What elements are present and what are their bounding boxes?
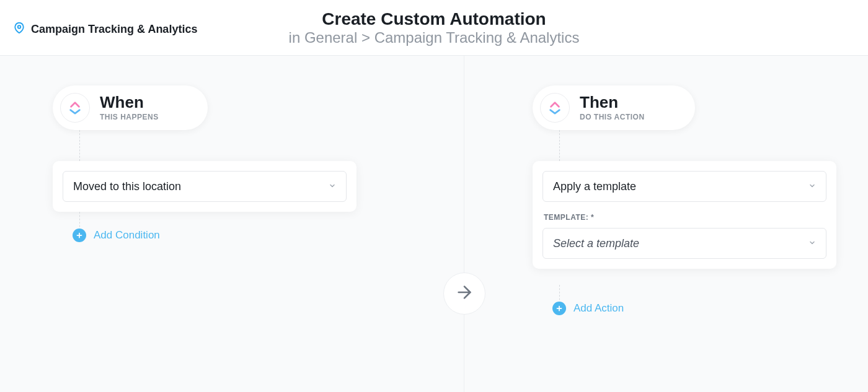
- breadcrumb-text: Campaign Tracking & Analytics: [31, 23, 197, 36]
- when-pill: When THIS HAPPENS: [53, 85, 208, 130]
- page-title: Create Custom Automation: [289, 9, 580, 29]
- breadcrumb[interactable]: Campaign Tracking & Analytics: [14, 22, 197, 36]
- when-title: When: [100, 94, 159, 112]
- add-action-button[interactable]: Add Action: [552, 302, 624, 315]
- action-select-value: Apply a template: [553, 180, 636, 193]
- add-condition-button[interactable]: Add Condition: [73, 229, 160, 242]
- then-subtitle: DO THIS ACTION: [580, 113, 645, 122]
- header-title-block: Create Custom Automation in General > Ca…: [289, 9, 580, 46]
- clickup-logo-icon: [60, 93, 90, 123]
- template-section-label: TEMPLATE: *: [544, 213, 826, 222]
- center-divider: [464, 56, 464, 392]
- header: Campaign Tracking & Analytics Create Cus…: [0, 0, 868, 56]
- plus-circle-icon: [552, 302, 566, 315]
- trigger-card: Moved to this location: [53, 161, 356, 212]
- trigger-select-value: Moved to this location: [73, 180, 181, 193]
- add-action-label: Add Action: [574, 302, 624, 315]
- svg-point-0: [18, 25, 21, 28]
- when-subtitle: THIS HAPPENS: [100, 113, 159, 122]
- automation-canvas: When THIS HAPPENS Moved to this location…: [0, 56, 868, 392]
- template-select-placeholder: Select a template: [553, 237, 639, 250]
- connector-line: [559, 285, 560, 303]
- page-subtitle: in General > Campaign Tracking & Analyti…: [289, 29, 580, 46]
- trigger-select[interactable]: Moved to this location: [63, 171, 347, 202]
- location-pin-icon: [14, 22, 25, 36]
- chevron-down-icon: [329, 182, 336, 191]
- action-card: Apply a template TEMPLATE: * Select a te…: [533, 161, 836, 269]
- connector-line: [79, 130, 80, 161]
- then-title: Then: [580, 94, 645, 112]
- connector-line: [79, 212, 80, 230]
- arrow-connector: [443, 272, 485, 315]
- plus-circle-icon: [73, 229, 86, 242]
- connector-line: [559, 130, 560, 161]
- then-pill: Then DO THIS ACTION: [533, 85, 695, 130]
- action-select[interactable]: Apply a template: [542, 171, 826, 202]
- chevron-down-icon: [808, 182, 816, 191]
- add-condition-label: Add Condition: [94, 229, 160, 242]
- template-select[interactable]: Select a template: [542, 228, 826, 259]
- arrow-right-icon: [454, 282, 474, 305]
- clickup-logo-icon: [540, 93, 570, 123]
- chevron-down-icon: [808, 239, 816, 248]
